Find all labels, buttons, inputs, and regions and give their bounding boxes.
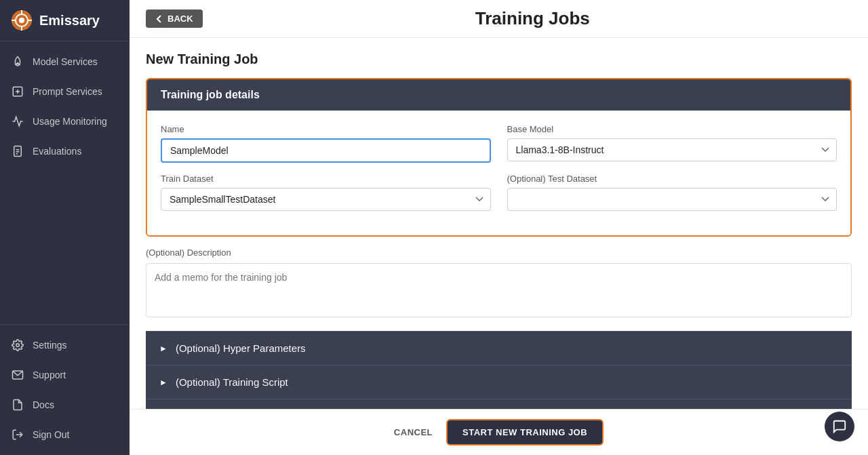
cancel-button[interactable]: CANCEL: [394, 427, 433, 437]
test-dataset-group: (Optional) Test Dataset: [507, 174, 837, 211]
sidebar-item-label: Settings: [33, 340, 67, 351]
details-header: Training job details: [147, 79, 850, 111]
training-script-arrow-icon: ►: [159, 378, 167, 387]
rocket-icon: [11, 55, 24, 68]
envelope-icon: [11, 368, 24, 382]
training-script-label: (Optional) Training Script: [176, 376, 288, 388]
sidebar-item-label: Sign Out: [33, 429, 69, 440]
train-dataset-select[interactable]: SampleSmallTestDataset Dataset2: [161, 188, 491, 211]
start-training-button[interactable]: START NEW TRAINING JOB: [446, 419, 604, 446]
name-basemodel-row: Name Base Model Llama3.1-8B-Instruct Lla…: [161, 124, 837, 163]
topbar: BACK Training Jobs: [130, 0, 868, 38]
page-title: Training Jobs: [214, 8, 852, 29]
testing-script-toggle[interactable]: ► (Optional) Testing Script: [146, 399, 852, 409]
sidebar: Emissary Model Services Prompt Services: [0, 0, 130, 455]
sidebar-item-settings[interactable]: Settings: [0, 330, 130, 360]
testing-script-section: ► (Optional) Testing Script: [146, 399, 852, 409]
file-icon: [11, 398, 24, 412]
sidebar-item-label: Evaluations: [33, 146, 81, 157]
svg-point-15: [16, 344, 20, 347]
sidebar-header: Emissary: [0, 0, 130, 41]
description-section: (Optional) Description: [146, 248, 852, 331]
name-group: Name: [161, 124, 491, 163]
back-arrow-icon: [155, 15, 163, 23]
footer: CANCEL START NEW TRAINING JOB: [130, 409, 868, 455]
sidebar-item-prompt-services[interactable]: Prompt Services: [0, 77, 130, 106]
svg-point-7: [17, 64, 19, 66]
name-label: Name: [161, 124, 491, 134]
plus-box-icon: [11, 85, 24, 98]
svg-point-2: [19, 18, 24, 23]
name-input[interactable]: [161, 138, 491, 163]
description-textarea[interactable]: [146, 263, 852, 317]
test-dataset-select[interactable]: [507, 188, 837, 211]
sidebar-item-sign-out[interactable]: Sign Out: [0, 420, 130, 450]
chart-icon: [11, 115, 24, 128]
sidebar-item-label: Usage Monitoring: [33, 116, 107, 127]
description-label: (Optional) Description: [146, 248, 852, 258]
details-body: Name Base Model Llama3.1-8B-Instruct Lla…: [147, 111, 850, 235]
sidebar-item-support[interactable]: Support: [0, 360, 130, 390]
sidebar-bottom-nav: Settings Support Docs: [0, 324, 130, 455]
document-icon: [11, 144, 24, 158]
training-script-toggle[interactable]: ► (Optional) Training Script: [146, 365, 852, 399]
train-dataset-label: Train Dataset: [161, 174, 491, 184]
content-area: New Training Job Training job details Na…: [130, 38, 868, 409]
hyper-params-toggle[interactable]: ► (Optional) Hyper Parameters: [146, 332, 852, 365]
sidebar-item-label: Prompt Services: [33, 86, 102, 97]
training-script-section: ► (Optional) Training Script: [146, 365, 852, 399]
sidebar-item-label: Docs: [33, 399, 54, 410]
test-dataset-label: (Optional) Test Dataset: [507, 174, 837, 184]
back-button[interactable]: BACK: [146, 9, 203, 28]
train-dataset-group: Train Dataset SampleSmallTestDataset Dat…: [161, 174, 491, 211]
sidebar-item-label: Support: [33, 370, 66, 380]
base-model-group: Base Model Llama3.1-8B-Instruct Llama3.1…: [507, 124, 837, 163]
main-content: BACK Training Jobs New Training Job Trai…: [130, 0, 868, 455]
chat-icon: [832, 419, 847, 434]
emissary-logo: [11, 9, 33, 31]
form-card-title: New Training Job: [146, 52, 852, 67]
brand-name: Emissary: [39, 13, 100, 28]
chat-bubble-button[interactable]: [825, 412, 854, 441]
sidebar-item-model-services[interactable]: Model Services: [0, 47, 130, 77]
hyper-params-label: (Optional) Hyper Parameters: [176, 342, 306, 354]
training-details-card: Training job details Name Base Model Lla…: [146, 78, 852, 237]
dataset-row: Train Dataset SampleSmallTestDataset Dat…: [161, 174, 837, 211]
hyper-params-section: ► (Optional) Hyper Parameters: [146, 331, 852, 365]
hyper-params-arrow-icon: ►: [159, 344, 167, 353]
gear-icon: [11, 338, 24, 352]
sidebar-item-docs[interactable]: Docs: [0, 390, 130, 420]
base-model-label: Base Model: [507, 124, 837, 134]
exit-icon: [11, 428, 24, 441]
sidebar-item-usage-monitoring[interactable]: Usage Monitoring: [0, 106, 130, 136]
sidebar-nav: Model Services Prompt Services Usage Mon…: [0, 41, 130, 324]
sidebar-item-evaluations[interactable]: Evaluations: [0, 136, 130, 166]
sidebar-item-label: Model Services: [33, 56, 98, 67]
base-model-select[interactable]: Llama3.1-8B-Instruct Llama3.1-70B-Instru…: [507, 138, 837, 161]
